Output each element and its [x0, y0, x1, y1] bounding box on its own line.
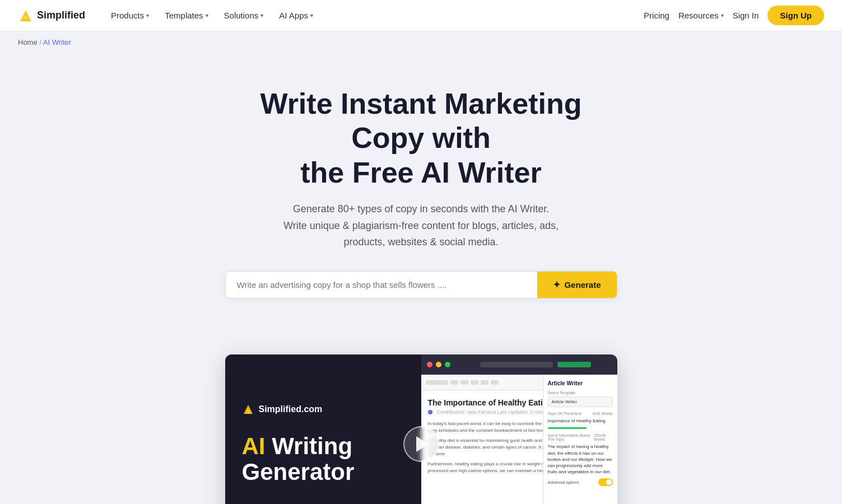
nav-templates[interactable]: Templates ▾ [157, 0, 216, 31]
hero-title-line1: Write Instant Marketing Copy with [260, 87, 582, 154]
vr-topic-count: 4/20 Words [593, 412, 613, 417]
chevron-down-icon: ▾ [260, 12, 263, 18]
logo-icon [18, 8, 34, 24]
vr-topic-label: Topic Of The Article [548, 412, 582, 416]
nav-products[interactable]: Products ▾ [103, 0, 157, 31]
generate-icon: ✦ [553, 279, 560, 290]
nav-signup-button[interactable]: Sign Up [767, 6, 824, 25]
copy-input[interactable] [226, 272, 538, 297]
breadcrumb-current: AI Writer [43, 38, 71, 46]
nav-links: Products ▾ Templates ▾ Solutions ▾ AI Ap… [103, 0, 644, 31]
main-nav: Simplified Products ▾ Templates ▾ Soluti… [0, 0, 842, 31]
vr-info-label: Some Information About The Topic [548, 433, 594, 441]
chevron-down-icon: ▾ [146, 12, 149, 18]
vr-template-select[interactable]: Article Writer [548, 396, 613, 407]
nav-ai-apps[interactable]: AI Apps ▾ [271, 0, 321, 31]
nav-solutions[interactable]: Solutions ▾ [216, 0, 272, 31]
brand-logo-small-icon [242, 403, 254, 416]
vr-toggle-knob [606, 479, 612, 485]
nav-signin-link[interactable]: Sign In [733, 11, 759, 20]
vr-topbar [421, 354, 617, 375]
vr-advanced-label: Advanced options [548, 480, 579, 484]
play-triangle-icon [416, 436, 429, 452]
video-container: Simplified.com AI WritingGenerator [225, 354, 617, 504]
chevron-down-icon: ▾ [206, 12, 208, 18]
chevron-down-icon: ▾ [721, 12, 724, 18]
generate-button[interactable]: ✦ Generate [537, 272, 616, 298]
video-background: Simplified.com AI WritingGenerator [225, 354, 617, 504]
breadcrumb-home-link[interactable]: Home [18, 38, 38, 46]
breadcrumb-separator: / [39, 38, 41, 46]
vr-progress-bar [548, 427, 587, 429]
vr-info-count: 29/240 Words [594, 433, 612, 442]
vr-topbar-title [459, 362, 612, 367]
vr-meta-dot [428, 410, 432, 414]
breadcrumb: Home / AI Writer [0, 31, 842, 53]
vr-sidebar: Article Writer Select Template Article W… [543, 390, 617, 504]
video-section: Simplified.com AI WritingGenerator [0, 354, 842, 504]
hero-subtitle: Generate 80+ types of copy in seconds wi… [264, 201, 578, 251]
nav-resources-link[interactable]: Resources ▾ [678, 11, 724, 20]
chevron-down-icon: ▾ [310, 12, 313, 18]
vr-topic-text: Importance of Healthy Eating [548, 418, 613, 424]
search-bar: ✦ Generate [225, 271, 617, 298]
hero-section: Write Instant Marketing Copy with the Fr… [0, 53, 842, 354]
vr-toggle-row: Advanced options [548, 478, 613, 486]
video-right-panel: 482 Words The Importance of Healthy Eati… [421, 354, 617, 504]
vr-maximize-dot [445, 362, 450, 367]
vr-select-label: Select Template [548, 391, 613, 395]
vr-topic-row: Topic Of The Article 4/20 Words [548, 412, 613, 417]
vr-advanced-toggle[interactable] [598, 478, 613, 486]
brand-logo[interactable]: Simplified [18, 8, 85, 24]
vr-close-dot [427, 362, 432, 367]
nav-right: Pricing Resources ▾ Sign In Sign Up [644, 6, 824, 25]
vr-minimize-dot [436, 362, 441, 367]
video-brand-label: Simplified.com [242, 403, 412, 416]
video-left-panel: Simplified.com AI WritingGenerator [225, 354, 429, 504]
hero-title: Write Instant Marketing Copy with the Fr… [225, 87, 617, 190]
vr-info-row: Some Information About The Topic 29/240 … [548, 433, 613, 442]
play-button[interactable] [403, 426, 439, 462]
vr-info-text: The impact of having a healthy diet, the… [548, 444, 613, 475]
video-title-ai: AI [242, 433, 266, 459]
vr-content-area: The Importance of Healthy Eating Contrib… [421, 390, 617, 504]
hero-title-line2: the Free AI Writer [300, 156, 542, 189]
brand-name: Simplified [37, 10, 85, 21]
nav-pricing-link[interactable]: Pricing [644, 11, 669, 20]
video-title: AI WritingGenerator [242, 433, 412, 485]
